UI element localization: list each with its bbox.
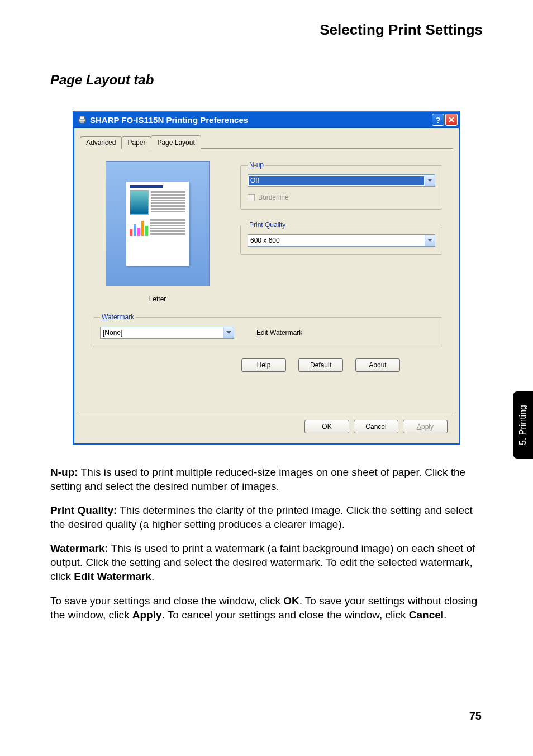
tab-paper[interactable]: Paper	[121, 136, 151, 149]
titlebar-close-button[interactable]	[445, 114, 458, 126]
tab-panel-page-layout: Letter N-up Off Borderline	[80, 148, 453, 414]
print-preferences-dialog: SHARP FO-IS115N Printing Preferences ? A…	[73, 111, 460, 445]
page-preview	[106, 161, 210, 286]
cancel-button[interactable]: Cancel	[354, 420, 398, 433]
apply-button[interactable]: Apply	[403, 420, 448, 433]
nup-select-value: Off	[249, 176, 424, 185]
nup-legend: N-up	[248, 161, 265, 169]
watermark-value: [None]	[101, 329, 223, 337]
dialog-title: SHARP FO-IS115N Printing Preferences	[90, 115, 248, 125]
print-quality-legend: Print Quality	[248, 221, 287, 229]
print-quality-value: 600 x 600	[248, 237, 425, 244]
default-button[interactable]: Default	[298, 358, 343, 372]
tab-page-layout[interactable]: Page Layout	[151, 135, 201, 149]
watermark-description: Watermark: This is used to print a water…	[50, 541, 483, 583]
printer-icon	[78, 115, 87, 124]
running-header: Selecting Print Settings	[50, 21, 483, 39]
chevron-down-icon	[425, 235, 435, 246]
print-quality-select[interactable]: 600 x 600	[248, 234, 435, 247]
print-quality-description: Print Quality: This determines the clari…	[50, 503, 483, 531]
section-heading: Page Layout tab	[50, 72, 483, 88]
help-button[interactable]: Help	[241, 358, 286, 372]
titlebar-help-button[interactable]: ?	[432, 114, 444, 126]
tab-strip: Advanced Paper Page Layout	[80, 135, 453, 148]
preview-paper-size-label: Letter	[93, 295, 222, 303]
edit-watermark-button[interactable]: Edit Watermark	[256, 329, 302, 337]
svg-rect-1	[80, 116, 84, 119]
ok-button[interactable]: OK	[304, 420, 349, 433]
page-number: 75	[469, 710, 482, 722]
save-instructions: To save your settings and close the wind…	[50, 594, 483, 622]
dialog-titlebar: SHARP FO-IS115N Printing Preferences ?	[74, 111, 459, 128]
print-quality-group: Print Quality 600 x 600	[240, 221, 442, 255]
about-button[interactable]: About	[355, 358, 400, 372]
borderline-label: Borderline	[258, 193, 289, 201]
watermark-group: Watermark [None] Edit Watermark	[93, 313, 442, 347]
tab-advanced[interactable]: Advanced	[80, 136, 122, 149]
svg-rect-2	[80, 121, 84, 123]
nup-select[interactable]: Off	[248, 174, 435, 187]
nup-group: N-up Off Borderline	[240, 161, 442, 210]
svg-point-3	[84, 119, 85, 120]
chevron-down-icon	[223, 327, 234, 338]
nup-description: N-up: This is used to print multiple red…	[50, 465, 483, 493]
borderline-checkbox[interactable]	[248, 194, 255, 201]
watermark-select[interactable]: [None]	[100, 327, 234, 339]
chapter-thumb-tab: 5. Printing	[513, 391, 533, 459]
chevron-down-icon	[425, 175, 435, 186]
watermark-legend: Watermark	[100, 313, 136, 321]
